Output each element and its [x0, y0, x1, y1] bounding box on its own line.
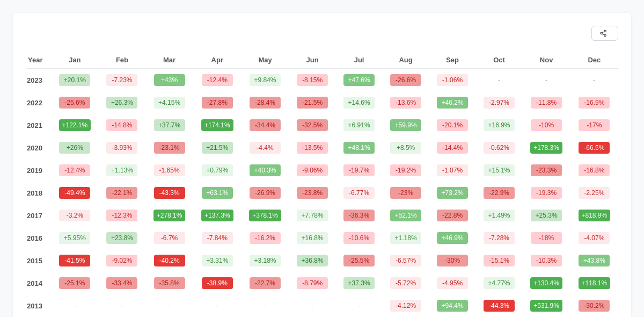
month-cell: -6.77%: [336, 182, 383, 204]
month-cell: -: [476, 69, 523, 91]
cell-value: -6.57%: [390, 255, 421, 266]
col-header-jan: Jan: [51, 52, 99, 69]
cell-value: +178.3%: [530, 142, 562, 154]
month-cell: -22.8%: [429, 204, 476, 227]
cell-value: -10.3%: [531, 255, 562, 266]
col-header-year: Year: [26, 52, 51, 69]
month-cell: -5.72%: [383, 272, 429, 294]
month-cell: -4.12%: [383, 294, 429, 317]
cell-value: +1.18%: [390, 232, 421, 244]
month-cell: +40.3%: [241, 159, 289, 182]
table-row: 2019-12.4%+1.13%-1.65%+0.79%+40.3%-9.06%…: [26, 159, 618, 182]
month-cell: -13.5%: [289, 136, 336, 159]
cell-value: +21.5%: [202, 142, 233, 154]
month-cell: -30.2%: [570, 294, 618, 317]
cell-value: -: [216, 302, 218, 309]
month-cell: -35.8%: [145, 272, 193, 294]
share-icon: [599, 30, 607, 37]
month-cell: -: [193, 294, 241, 317]
table-row: 2017-3.2%-12.3%+278.1%+137.3%+378.1%+7.7…: [26, 204, 618, 227]
cell-value: -2.97%: [484, 97, 515, 109]
cell-value: -38.9%: [202, 277, 233, 289]
cell-value: -49.4%: [59, 187, 90, 199]
month-cell: +818.9%: [570, 204, 618, 227]
month-cell: -26.6%: [383, 69, 429, 91]
cell-value: -26.9%: [250, 187, 281, 199]
month-cell: +43.8%: [570, 249, 618, 272]
month-cell: -6.57%: [383, 249, 429, 272]
month-cell: +46.9%: [429, 227, 476, 249]
cell-value: -18%: [531, 232, 562, 244]
share-button[interactable]: [591, 26, 618, 41]
month-cell: -4.07%: [570, 227, 618, 249]
table-row: 2016+5.95%+23.8%-6.7%-7.84%-16.2%+16.8%-…: [26, 227, 618, 249]
month-cell: -10%: [523, 114, 570, 136]
svg-line-3: [602, 34, 604, 35]
month-cell: -66.5%: [570, 136, 618, 159]
month-cell: +20.1%: [51, 69, 99, 91]
cell-value: -30.2%: [579, 300, 610, 312]
cell-value: -21.5%: [297, 97, 328, 109]
main-container: YearJanFebMarAprMayJunJulAugSepOctNovDec…: [13, 13, 631, 317]
cell-value: +16.8%: [297, 232, 328, 244]
cell-value: -2.25%: [579, 187, 610, 199]
cell-value: +43.8%: [579, 255, 610, 266]
cell-value: +0.79%: [202, 164, 233, 176]
col-header-feb: Feb: [99, 52, 145, 69]
month-cell: +46.2%: [429, 91, 476, 114]
col-header-jun: Jun: [289, 52, 336, 69]
month-cell: -33.4%: [99, 272, 145, 294]
month-cell: +16.9%: [476, 114, 523, 136]
month-cell: -: [99, 294, 145, 317]
year-cell: 2014: [26, 272, 51, 294]
cell-value: +122.1%: [59, 119, 91, 131]
cell-value: +1.13%: [106, 164, 137, 176]
cell-value: +23.8%: [106, 232, 137, 244]
cell-value: -9.06%: [297, 164, 328, 176]
cell-value: +14.6%: [343, 97, 375, 109]
month-cell: +48.1%: [336, 136, 383, 159]
cell-value: +26%: [59, 142, 90, 154]
cell-value: -7.28%: [484, 232, 515, 244]
month-cell: -25.1%: [51, 272, 99, 294]
cell-value: -13.5%: [297, 142, 328, 154]
month-cell: -22.9%: [476, 182, 523, 204]
cell-value: -4.12%: [390, 300, 421, 312]
table-row: 2015-41.5%-9.02%-40.2%+3.31%+3.18%+36.8%…: [26, 249, 618, 272]
cell-value: -: [358, 302, 360, 309]
month-cell: -14.8%: [99, 114, 145, 136]
month-cell: -23%: [383, 182, 429, 204]
cell-value: -36.3%: [343, 210, 375, 221]
month-cell: -20.1%: [429, 114, 476, 136]
month-cell: +36.8%: [289, 249, 336, 272]
cell-value: -23.8%: [297, 187, 328, 199]
month-cell: -: [289, 294, 336, 317]
month-cell: -1.65%: [145, 159, 193, 182]
month-cell: -12.3%: [99, 204, 145, 227]
cell-value: -23.3%: [531, 164, 562, 176]
table-row: 2022-25.6%+26.3%+4.15%-27.8%-28.4%-21.5%…: [26, 91, 618, 114]
table-header-row: YearJanFebMarAprMayJunJulAugSepOctNovDec: [26, 52, 618, 69]
month-cell: -16.8%: [570, 159, 618, 182]
header: [26, 26, 618, 41]
month-cell: -23.3%: [523, 159, 570, 182]
cell-value: -19.2%: [390, 164, 421, 176]
month-cell: -25.5%: [336, 249, 383, 272]
month-cell: -19.3%: [523, 182, 570, 204]
month-cell: -14.4%: [429, 136, 476, 159]
year-cell: 2015: [26, 249, 51, 272]
cell-value: -: [593, 76, 595, 84]
month-cell: -7.28%: [476, 227, 523, 249]
month-cell: -44.3%: [476, 294, 523, 317]
month-cell: +4.15%: [145, 91, 193, 114]
cell-value: -30%: [437, 255, 468, 266]
cell-value: +59.9%: [390, 119, 421, 131]
col-header-aug: Aug: [383, 52, 429, 69]
cell-value: +48.1%: [343, 142, 375, 154]
month-cell: +37.7%: [145, 114, 193, 136]
cell-value: -66.5%: [579, 142, 610, 154]
month-cell: -19.7%: [336, 159, 383, 182]
cell-value: -40.2%: [154, 255, 185, 266]
month-cell: +8.5%: [383, 136, 429, 159]
cell-value: +1.49%: [484, 210, 515, 221]
